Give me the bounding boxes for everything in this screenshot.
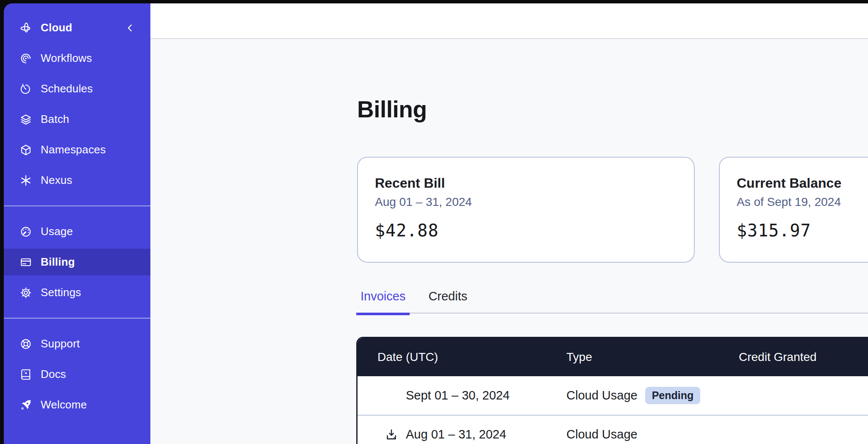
card-date: As of Sept 19, 2024 xyxy=(737,195,868,209)
sidebar-header-label: Cloud xyxy=(41,21,72,34)
chevron-left-icon[interactable] xyxy=(125,23,135,33)
sidebar-item-support[interactable]: Support xyxy=(4,330,150,357)
nexus-icon xyxy=(19,174,32,187)
sidebar: Cloud Workflows Schedules xyxy=(4,3,150,444)
page-title: Billing xyxy=(357,96,427,123)
sidebar-item-workflows[interactable]: Workflows xyxy=(4,45,150,72)
main-area: Billing Recent Bill Aug 01 – 31, 2024 $4… xyxy=(150,3,868,444)
invoice-type: Cloud Usage xyxy=(566,388,638,402)
status-badge: Pending xyxy=(645,387,701,404)
card-date-range: Aug 01 – 31, 2024 xyxy=(375,195,677,209)
sidebar-item-welcome[interactable]: Welcome xyxy=(4,391,150,418)
temporal-logo-icon xyxy=(19,22,32,34)
top-bar xyxy=(150,3,868,39)
welcome-rocket-icon xyxy=(19,399,32,411)
sidebar-item-billing[interactable]: Billing xyxy=(4,249,150,275)
sidebar-divider xyxy=(4,205,150,206)
sidebar-item-nexus[interactable]: Nexus xyxy=(4,167,150,194)
usage-icon xyxy=(19,225,32,238)
col-date-utc: Date (UTC) xyxy=(358,350,566,364)
card-amount: $42.88 xyxy=(375,221,677,240)
recent-bill-card: Recent Bill Aug 01 – 31, 2024 $42.88 xyxy=(357,157,695,263)
sidebar-item-batch[interactable]: Batch xyxy=(4,106,150,133)
card-title: Recent Bill xyxy=(375,175,677,191)
invoices-table: Date (UTC) Type Credit Granted Sept 01 –… xyxy=(356,337,868,444)
invoice-date: Aug 01 – 31, 2024 xyxy=(406,427,506,441)
sidebar-item-docs[interactable]: Docs xyxy=(4,361,150,388)
invoice-date: Sept 01 – 30, 2024 xyxy=(406,388,510,402)
namespaces-icon xyxy=(19,144,32,156)
support-icon xyxy=(19,338,32,350)
billing-tabs: Invoices Credits xyxy=(356,288,471,315)
sidebar-item-schedules[interactable]: Schedules xyxy=(4,75,150,102)
col-credit-granted: Credit Granted xyxy=(739,350,868,364)
tab-invoices[interactable]: Invoices xyxy=(356,288,410,315)
docs-icon xyxy=(19,368,32,381)
table-row: Sept 01 – 30, 2024 Cloud Usage Pending xyxy=(358,376,868,415)
batch-icon xyxy=(19,113,32,126)
summary-cards: Recent Bill Aug 01 – 31, 2024 $42.88 Cur… xyxy=(357,157,868,263)
settings-icon xyxy=(19,286,32,299)
sidebar-item-usage[interactable]: Usage xyxy=(4,218,150,245)
table-header: Date (UTC) Type Credit Granted xyxy=(358,338,868,376)
sidebar-item-settings[interactable]: Settings xyxy=(4,279,150,306)
invoice-type: Cloud Usage xyxy=(566,427,638,441)
sidebar-divider xyxy=(4,318,150,319)
table-row: Aug 01 – 31, 2024 Cloud Usage xyxy=(358,415,868,444)
workflows-icon xyxy=(19,52,32,65)
col-type: Type xyxy=(566,350,739,364)
schedules-icon xyxy=(19,83,32,95)
download-icon[interactable] xyxy=(385,428,406,441)
billing-icon xyxy=(19,256,32,269)
tab-credits[interactable]: Credits xyxy=(424,288,471,315)
sidebar-item-namespaces[interactable]: Namespaces xyxy=(4,136,150,163)
card-amount: $315.97 xyxy=(737,221,868,240)
current-balance-card: Current Balance As of Sept 19, 2024 $315… xyxy=(719,157,868,263)
sidebar-header-cloud[interactable]: Cloud xyxy=(4,14,150,41)
billing-page: Billing Recent Bill Aug 01 – 31, 2024 $4… xyxy=(150,40,868,444)
card-title: Current Balance xyxy=(737,175,868,191)
